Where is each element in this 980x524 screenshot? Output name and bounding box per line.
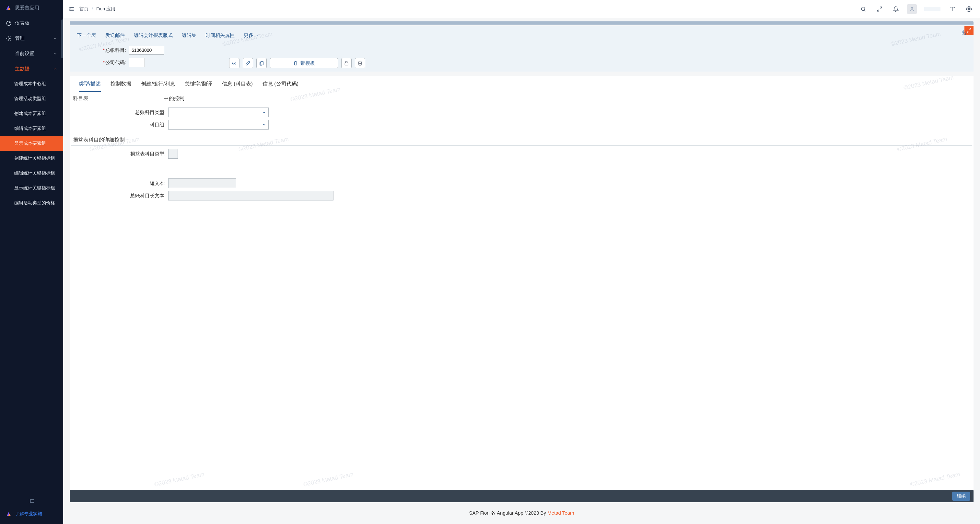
section-type-description: 科目表 中的控制 总账科目类型: 科目组: 损益表科目的详细控制 (70, 92, 974, 205)
sidebar-brand: 思爱普应用 (0, 0, 63, 16)
short-text-label: 短文本: (71, 180, 168, 187)
brand-logo-icon (5, 5, 12, 11)
fiori-panel: 下一个表 发送邮件 编辑会计报表版式 编辑集 时间相关属性 更多 出 ©2023… (70, 26, 974, 71)
sidebar-subitem-edit-cost-element-group[interactable]: 编辑成本要素组 (0, 121, 63, 136)
gl-account-row: *总帐科目: (77, 46, 966, 55)
field-grid-3: 短文本: 总账科目长文本: (71, 175, 972, 205)
pl-detail-header: 损益表科目的详细控制 (71, 134, 972, 146)
gear-icon (6, 36, 12, 41)
chevron-down-icon (262, 110, 266, 114)
sidebar-item-label: 编辑成本要素组 (14, 125, 46, 132)
sidebar-subitem-activity-type-group[interactable]: 管理活动类型组 (0, 91, 63, 106)
footer-bar: 继续 (70, 490, 974, 502)
clipboard-icon (293, 61, 298, 65)
user-menu[interactable] (906, 3, 918, 15)
sidebar-item-master-data[interactable]: 主数据 (0, 61, 63, 76)
sidebar-item-label: 仪表板 (15, 20, 30, 26)
sidebar-learn-more-link[interactable]: 了解专业实施 (0, 507, 63, 521)
gl-type-row: 总账科目类型: (71, 108, 972, 117)
tab-info-chart-of-accounts[interactable]: 信息 (科目表) (222, 81, 253, 92)
breadcrumb: 首页 / Fiori 应用 (80, 6, 115, 12)
breadcrumb-home[interactable]: 首页 (80, 6, 89, 12)
sidebar-subitem-edit-stat-kpi-group[interactable]: 编辑统计关键指标组 (0, 166, 63, 181)
glasses-icon (232, 60, 237, 66)
short-text-input[interactable] (168, 178, 236, 188)
gl-type-select[interactable] (168, 108, 269, 117)
text-size-button[interactable] (947, 3, 959, 15)
breadcrumb-current: Fiori 应用 (96, 6, 115, 12)
topbar: 首页 / Fiori 应用 (63, 0, 980, 18)
company-code-input[interactable] (129, 58, 145, 67)
tab-control-data[interactable]: 控制数据 (110, 81, 131, 92)
glasses-button[interactable] (229, 58, 240, 68)
edit-button[interactable] (243, 58, 253, 68)
svg-point-19 (235, 63, 236, 64)
svg-line-9 (864, 10, 865, 11)
account-group-select[interactable] (168, 120, 269, 130)
svg-line-10 (880, 7, 882, 8)
continue-button[interactable]: 继续 (952, 492, 970, 501)
tab-info-company-code[interactable]: 信息 (公司代码) (262, 81, 299, 92)
sidebar-item-label: 当前设置 (15, 51, 34, 57)
search-icon (861, 6, 866, 12)
tab-keyword-translation[interactable]: 关键字/翻译 (185, 81, 212, 92)
sidebar: 思爱普应用 仪表板 管理 当前设置 主数据 管理成本中心组 管理活动类型组 创建… (0, 0, 63, 524)
sidebar-subitem-create-stat-kpi-group[interactable]: 创建统计关键指标组 (0, 151, 63, 166)
pl-type-input[interactable] (168, 149, 178, 159)
sidebar-item-dashboard[interactable]: 仪表板 (0, 16, 63, 31)
toolbar-edit-report-format[interactable]: 编辑会计报表版式 (134, 32, 173, 38)
account-group-label: 科目组: (71, 122, 168, 128)
sidebar-nav: 仪表板 管理 当前设置 主数据 管理成本中心组 管理活动类型组 创建成本要素组 … (0, 16, 63, 492)
settings-button[interactable] (963, 3, 975, 15)
sidebar-item-label: 创建成本要素组 (14, 111, 46, 117)
sidebar-subitem-edit-activity-price[interactable]: 编辑活动类型的价格 (0, 195, 63, 211)
gear-icon (966, 6, 972, 12)
gl-account-input[interactable] (129, 46, 164, 55)
sidebar-item-label: 管理活动类型组 (14, 96, 46, 102)
trash-icon (358, 60, 363, 66)
sidebar-item-manage[interactable]: 管理 (0, 31, 63, 46)
collapse-icon (29, 498, 35, 504)
tab-create-bank-interest[interactable]: 创建/银行/利息 (141, 81, 175, 92)
sidebar-item-current-settings[interactable]: 当前设置 (0, 46, 63, 61)
toolbar-edit-set[interactable]: 编辑集 (182, 32, 196, 38)
svg-line-11 (877, 10, 879, 11)
sidebar-subitem-display-cost-element-group[interactable]: 显示成本要素组 (0, 136, 63, 151)
footer-brand[interactable]: Metad Team (547, 510, 574, 516)
fullscreen-button[interactable] (874, 3, 885, 15)
lock-button[interactable] (341, 58, 352, 68)
notifications-button[interactable] (890, 3, 902, 15)
gauge-icon (6, 21, 12, 26)
sidebar-item-label: 创建统计关键指标组 (14, 156, 55, 161)
delete-button[interactable] (355, 58, 365, 68)
scrollbar[interactable] (61, 19, 63, 58)
long-text-input[interactable] (168, 191, 334, 200)
long-text-row: 总账科目长文本: (71, 191, 972, 200)
sidebar-subitem-cost-center-group[interactable]: 管理成本中心组 (0, 76, 63, 91)
svg-point-15 (968, 8, 970, 10)
svg-point-8 (861, 7, 865, 11)
maximize-icon (966, 28, 972, 33)
tab-type-description[interactable]: 类型/描述 (79, 81, 101, 92)
page-footer: SAP Fiori 🛠 Angular App ©2023 By Metad T… (70, 502, 974, 519)
sidebar-subitem-display-stat-kpi-group[interactable]: 显示统计关键指标组 (0, 181, 63, 195)
sidebar-subitem-create-cost-element-group[interactable]: 创建成本要素组 (0, 106, 63, 121)
exit-button[interactable]: 出 (961, 30, 966, 36)
menu-toggle-button[interactable] (68, 6, 75, 12)
pl-type-label: 损益表科目类型: (71, 151, 168, 157)
toolbar-more[interactable]: 更多 (244, 32, 259, 38)
chevron-down-icon (262, 122, 266, 127)
search-button[interactable] (858, 3, 869, 15)
sidebar-item-label: 编辑统计关键指标组 (14, 170, 55, 176)
field-grid-2: 损益表科目类型: (71, 146, 972, 163)
template-button[interactable]: 带模板 (270, 58, 338, 68)
toolbar-time-attrs[interactable]: 时间相关属性 (205, 32, 235, 38)
divider (72, 171, 971, 171)
toolbar-next-table[interactable]: 下一个表 (77, 32, 96, 38)
user-name-placeholder (924, 7, 940, 11)
copy-button[interactable] (256, 58, 267, 68)
sidebar-item-label: 显示成本要素组 (14, 141, 46, 146)
chevron-down-icon (53, 36, 57, 41)
toolbar-send-mail[interactable]: 发送邮件 (105, 32, 125, 38)
sidebar-collapse-button[interactable] (0, 495, 63, 507)
